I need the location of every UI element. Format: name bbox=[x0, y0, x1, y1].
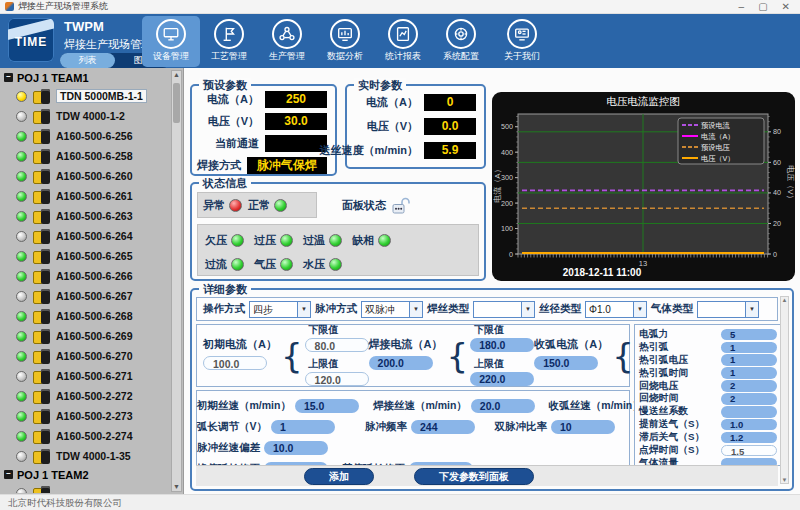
side-param-field[interactable]: 1 bbox=[721, 367, 777, 379]
device-item[interactable]: A160-500-2-274 bbox=[2, 426, 170, 446]
nav-data-analysis[interactable]: 数据分析 bbox=[316, 16, 374, 67]
sidebar-scrollbar[interactable]: ▲ ▼ bbox=[171, 70, 182, 492]
lower-limit-field[interactable]: 180.0 bbox=[470, 338, 534, 352]
welder-icon bbox=[33, 89, 50, 104]
side-param-field[interactable]: 1 bbox=[721, 354, 777, 366]
fault-label: 缺相 bbox=[352, 233, 374, 248]
status-led bbox=[16, 91, 27, 102]
side-param-field[interactable] bbox=[721, 406, 777, 418]
device-label: A160-500-6-264 bbox=[56, 230, 132, 242]
wire-param-field[interactable]: 1 bbox=[271, 420, 335, 434]
chevron-down-icon[interactable]: ▼ bbox=[297, 302, 310, 317]
scroll-down-icon[interactable]: ▼ bbox=[781, 477, 788, 483]
nav-statistics-report[interactable]: 统计报表 bbox=[374, 16, 432, 67]
nav-about-us[interactable]: 关于我们 bbox=[493, 16, 551, 67]
collapse-icon[interactable]: − bbox=[4, 73, 13, 82]
upper-limit-field[interactable]: 120.0 bbox=[305, 372, 369, 386]
chevron-down-icon[interactable]: ▼ bbox=[409, 302, 422, 317]
device-item[interactable]: A160-500-2-272 bbox=[2, 386, 170, 406]
fault-led-strip: 欠压过压过温缺相 过流气压水压 bbox=[197, 224, 479, 276]
maximize-button[interactable]: ▢ bbox=[758, 1, 767, 12]
side-param-field[interactable]: 2 bbox=[721, 393, 777, 405]
welder-icon bbox=[33, 209, 50, 224]
nav-production-management[interactable]: 生产管理 bbox=[258, 16, 316, 67]
device-item[interactable]: A160-500-6-270 bbox=[2, 346, 170, 366]
scroll-thumb[interactable] bbox=[173, 83, 180, 123]
dropdown-select[interactable]: ▼ bbox=[473, 301, 535, 318]
device-item[interactable]: A160-500-6-267 bbox=[2, 286, 170, 306]
collapse-icon[interactable]: − bbox=[4, 470, 13, 479]
device-item[interactable]: A160-500-6-266 bbox=[2, 266, 170, 286]
device-item[interactable]: A160-500-6-271 bbox=[2, 366, 170, 386]
nav-label: 系统配置 bbox=[432, 50, 490, 63]
device-item[interactable]: A160-500-6-268 bbox=[2, 306, 170, 326]
device-item[interactable]: A160-500-2-273 bbox=[2, 406, 170, 426]
minimize-button[interactable]: – bbox=[739, 1, 745, 12]
device-item[interactable]: A160-500-6-264 bbox=[2, 226, 170, 246]
send-params-button[interactable]: 下发参数到面板 bbox=[414, 468, 534, 485]
fault-led bbox=[378, 234, 391, 247]
lower-limit-field[interactable]: 80.0 bbox=[305, 338, 369, 352]
device-item[interactable]: TDW 4000-1-2 bbox=[2, 106, 170, 126]
side-param-field[interactable]: 2 bbox=[721, 380, 777, 392]
scroll-up-icon[interactable]: ▲ bbox=[781, 297, 788, 303]
dropdown-value: Φ1.0 bbox=[586, 302, 633, 317]
scroll-up-icon[interactable]: ▲ bbox=[172, 71, 181, 78]
side-param-field[interactable]: 1 bbox=[721, 342, 777, 354]
side-param-field[interactable]: 5 bbox=[721, 329, 777, 341]
details-scrollbar[interactable]: ▲ ▼ bbox=[780, 296, 789, 484]
dropdown-select[interactable]: 双脉冲▼ bbox=[361, 301, 423, 318]
welder-icon bbox=[33, 109, 50, 124]
fault-indicator: 气压 bbox=[254, 257, 293, 272]
add-button[interactable]: 添加 bbox=[304, 468, 374, 485]
nav-process-management[interactable]: 工艺管理 bbox=[200, 16, 258, 67]
side-param-field[interactable]: 1.5 bbox=[721, 445, 777, 457]
device-item[interactable]: TDN 5000MB-1-1 bbox=[2, 86, 170, 106]
wire-param-field[interactable]: 10 bbox=[551, 420, 615, 434]
chevron-down-icon[interactable]: ▼ bbox=[521, 302, 534, 317]
scroll-down-icon[interactable]: ▼ bbox=[172, 483, 181, 490]
status-led bbox=[16, 251, 27, 262]
wire-param-field[interactable]: 10.0 bbox=[264, 441, 328, 455]
side-param-label: 回烧电压 bbox=[639, 380, 721, 393]
tree-root-team1[interactable]: − POJ 1 TEAM1 bbox=[2, 69, 170, 86]
panel-state-label: 面板状态 bbox=[342, 198, 386, 213]
wire-param-field[interactable]: 15.0 bbox=[295, 399, 359, 413]
svg-text:500: 500 bbox=[501, 122, 513, 131]
device-item[interactable]: TDW 4000-1-35 bbox=[2, 446, 170, 466]
dropdown-select[interactable]: 四步▼ bbox=[249, 301, 311, 318]
device-item[interactable]: A160-500-6-261 bbox=[2, 186, 170, 206]
side-param-field[interactable]: 1.2 bbox=[721, 432, 777, 444]
device-item[interactable]: A160-500-6-260 bbox=[2, 166, 170, 186]
dropdown-select[interactable]: Φ1.0▼ bbox=[585, 301, 647, 318]
list-view-button[interactable]: 列表 bbox=[60, 53, 115, 68]
current-group: 初期电流（A）100.0{下限值80.0上限值120.0 bbox=[203, 322, 369, 390]
device-label: TDN 5000MB-1-1 bbox=[56, 89, 147, 103]
side-param-field[interactable]: 1.0 bbox=[721, 419, 777, 431]
device-item[interactable]: A160-500-6-258 bbox=[2, 146, 170, 166]
wire-param-field[interactable]: 20.0 bbox=[471, 399, 535, 413]
upper-limit-field[interactable]: 220.0 bbox=[470, 372, 534, 386]
device-management-icon bbox=[156, 19, 186, 49]
chevron-down-icon[interactable]: ▼ bbox=[745, 302, 758, 317]
dropdown-select[interactable]: ▼ bbox=[697, 301, 759, 318]
status-led bbox=[16, 451, 27, 462]
nav-system-config[interactable]: 系统配置 bbox=[432, 16, 490, 67]
device-label: TDW 4000-1-35 bbox=[56, 450, 131, 462]
chevron-down-icon[interactable]: ▼ bbox=[633, 302, 646, 317]
device-item[interactable]: A160-500-6-256 bbox=[2, 126, 170, 146]
nav-device-management[interactable]: 设备管理 bbox=[142, 16, 200, 67]
current-value-field[interactable]: 150.0 bbox=[534, 356, 598, 370]
dropdown-label: 丝径类型 bbox=[539, 302, 581, 316]
device-item[interactable]: A160-500-6-265 bbox=[2, 246, 170, 266]
device-item[interactable]: A160-500-6-263 bbox=[2, 206, 170, 226]
device-item[interactable]: A160-500-6-269 bbox=[2, 326, 170, 346]
wire-param-field[interactable]: 244 bbox=[411, 420, 475, 434]
wire-speed-label: 送丝速度（m/min） bbox=[320, 143, 418, 158]
device-label: A160-500-6-268 bbox=[56, 310, 132, 322]
tree-root-team2[interactable]: − POJ 1 TEAM2 bbox=[2, 466, 170, 483]
svg-text:电流（A）: 电流（A） bbox=[701, 132, 735, 141]
close-button[interactable]: ✕ bbox=[782, 1, 790, 12]
current-value-field[interactable]: 100.0 bbox=[203, 356, 267, 370]
current-value-field[interactable]: 200.0 bbox=[369, 356, 433, 370]
